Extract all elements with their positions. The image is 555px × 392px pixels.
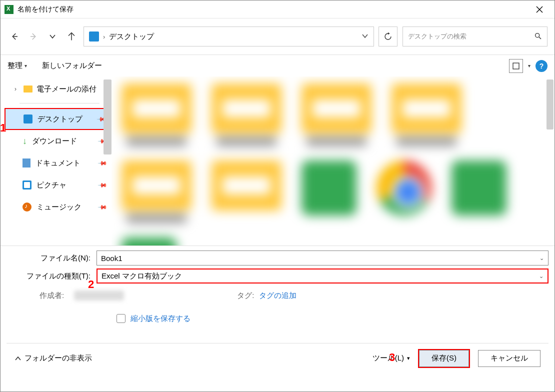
chevron-down-icon[interactable]: ⌄ (539, 273, 544, 280)
pin-icon: 📌 (98, 202, 108, 212)
file-list[interactable] (112, 76, 554, 246)
search-placeholder: デスクトップの検索 (408, 32, 466, 41)
close-icon (536, 6, 543, 13)
sidebar-item-desktop[interactable]: デスクトップ 📌 (4, 108, 112, 130)
sidebar-item-documents[interactable]: ドキュメント 📌 (4, 152, 112, 174)
hide-folders-toggle[interactable]: フォルダーの非表示 (14, 354, 92, 363)
cancel-label: キャンセル (490, 354, 528, 363)
folder-icon (24, 86, 32, 92)
sidebar-item-music[interactable]: ミュージック 📌 (4, 196, 112, 218)
refresh-icon (384, 32, 392, 41)
save-label: 保存(S) (432, 354, 456, 363)
breadcrumb-separator: › (103, 33, 105, 40)
thumbnail-row: 縮小版を保存する (6, 306, 548, 331)
desktop-icon (89, 32, 99, 42)
hide-folders-label: フォルダーの非表示 (24, 354, 92, 363)
forward-button[interactable] (26, 30, 40, 44)
thumbnail-label: 縮小版を保存する (130, 314, 190, 324)
nav-tree: › 電子メールの添付 デスクトップ 📌 ↓ ダウンロード 📌 ドキュメント 📌 … (0, 76, 112, 246)
view-icon (512, 62, 520, 70)
organize-menu[interactable]: 整理 ▾ (8, 61, 27, 70)
chevron-right-icon: › (12, 86, 20, 92)
tree-label: 電子メールの添付 (36, 84, 96, 94)
content-scrollbar[interactable] (546, 80, 554, 130)
save-button[interactable]: 保存(S) (419, 350, 469, 367)
titlebar: 名前を付けて保存 (0, 0, 554, 18)
chevron-down-icon (49, 33, 56, 40)
sidebar-item-label: ダウンロード (32, 136, 77, 146)
sidebar-item-label: ピクチャ (36, 180, 66, 190)
pin-icon: 📌 (98, 180, 108, 190)
tag-label: タグ: (237, 291, 254, 300)
sidebar-scrollbar[interactable] (104, 80, 112, 154)
blurred-content (122, 84, 544, 246)
filename-row: ファイル名(N): Book1 ⌄ (6, 249, 548, 267)
sidebar-item-label: ミュージック (36, 202, 82, 212)
arrow-right-icon (29, 32, 38, 41)
annotation-1: 1 (0, 122, 6, 134)
music-icon (22, 202, 32, 212)
refresh-button[interactable] (378, 26, 398, 46)
close-button[interactable] (528, 0, 550, 18)
main-area: › 電子メールの添付 デスクトップ 📌 ↓ ダウンロード 📌 ドキュメント 📌 … (0, 76, 554, 246)
download-icon: ↓ (22, 136, 27, 146)
window-title: 名前を付けて保存 (18, 5, 74, 14)
arrow-up-icon (67, 32, 76, 41)
back-button[interactable] (8, 30, 22, 44)
desktop-icon (24, 114, 32, 124)
new-folder-button[interactable]: 新しいフォルダー (42, 61, 102, 70)
search-input[interactable]: デスクトップの検索 (402, 26, 548, 46)
recent-dropdown[interactable] (46, 30, 60, 44)
author-label: 作成者: (40, 291, 64, 300)
author-value-blurred (74, 290, 124, 300)
bottom-panel: ファイル名(N): Book1 ⌄ ファイルの種類(T): Excel マクロ有… (0, 246, 554, 373)
sidebar-item-label: ドキュメント (36, 158, 80, 168)
chevron-down-icon[interactable] (362, 32, 368, 41)
svg-point-0 (536, 33, 540, 37)
help-button[interactable]: ? (536, 60, 548, 72)
arrow-left-icon (10, 32, 19, 41)
sidebar-item-label: デスクトップ (38, 114, 82, 124)
caret-down-icon: ▾ (407, 355, 410, 362)
chevron-down-icon[interactable]: ⌄ (540, 255, 544, 262)
document-icon (22, 158, 30, 168)
chevron-up-icon (14, 355, 22, 362)
nav-row: › デスクトップ デスクトップの検索 (0, 18, 554, 54)
excel-icon (4, 5, 14, 14)
filetype-label: ファイルの種類(T): (6, 272, 94, 281)
filename-value: Book1 (101, 254, 122, 262)
pin-icon: 📌 (98, 158, 108, 168)
breadcrumb-location: デスクトップ (109, 32, 154, 42)
filetype-value: Excel マクロ有効ブック (102, 272, 182, 281)
breadcrumb[interactable]: › デスクトップ (84, 26, 374, 46)
filename-field[interactable]: Book1 ⌄ (96, 250, 548, 266)
search-icon (534, 32, 542, 42)
sidebar-item-pictures[interactable]: ピクチャ 📌 (4, 174, 112, 196)
cancel-button[interactable]: キャンセル (478, 350, 540, 367)
picture-icon (22, 180, 32, 190)
filename-label: ファイル名(N): (6, 254, 94, 263)
tree-divider (20, 103, 100, 104)
filetype-field[interactable]: Excel マクロ有効ブック ⌄ (96, 268, 548, 284)
tree-item-email-attachments[interactable]: › 電子メールの添付 (4, 80, 112, 98)
svg-rect-1 (513, 63, 519, 69)
annotation-2: 2 (88, 278, 94, 291)
caret-down-icon: ▾ (24, 63, 27, 68)
sidebar-item-downloads[interactable]: ↓ ダウンロード 📌 (4, 130, 112, 152)
view-mode-button[interactable] (509, 59, 523, 73)
tag-add-link[interactable]: タグの追加 (259, 291, 296, 300)
footer: フォルダーの非表示 ツール(L) ▾ 保存(S) キャンセル (6, 343, 548, 373)
tools-label: ツール(L) (372, 354, 404, 363)
thumbnail-checkbox[interactable] (116, 314, 126, 323)
organize-label: 整理 (8, 61, 22, 70)
caret-down-icon[interactable]: ▾ (528, 63, 530, 68)
annotation-3: 3 (389, 351, 395, 364)
toolbar: 整理 ▾ 新しいフォルダー ▾ ? (0, 54, 554, 76)
up-button[interactable] (64, 30, 78, 44)
